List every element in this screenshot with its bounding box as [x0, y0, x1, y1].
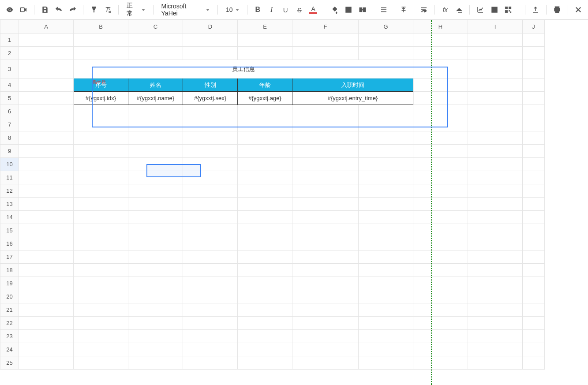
cell[interactable]: [183, 317, 238, 330]
cell[interactable]: [359, 105, 413, 118]
clear-format-icon[interactable]: [102, 4, 114, 16]
row-header[interactable]: 3: [0, 60, 19, 78]
cell[interactable]: [74, 356, 128, 370]
cell[interactable]: [128, 264, 183, 277]
row-header[interactable]: 12: [0, 184, 19, 198]
cell[interactable]: [183, 131, 238, 145]
cell[interactable]: [19, 250, 74, 264]
cell[interactable]: [523, 158, 545, 171]
table-header[interactable]: 姓名: [128, 78, 183, 92]
col-header[interactable]: I: [468, 20, 523, 34]
cell[interactable]: [292, 277, 359, 290]
cell[interactable]: [74, 277, 128, 290]
cell[interactable]: [359, 198, 413, 211]
cell[interactable]: [292, 211, 359, 224]
formula-icon[interactable]: fx: [439, 4, 451, 16]
table-header[interactable]: 入职时间: [292, 78, 413, 92]
cell[interactable]: [183, 184, 238, 198]
row-header[interactable]: 4: [0, 78, 19, 92]
row-header[interactable]: 17: [0, 250, 19, 264]
cell[interactable]: [468, 264, 523, 277]
cell[interactable]: [19, 290, 74, 303]
record-icon[interactable]: [17, 4, 29, 16]
cell[interactable]: [238, 317, 292, 330]
row-header[interactable]: 9: [0, 145, 19, 158]
cell[interactable]: [128, 118, 183, 131]
cell[interactable]: [238, 171, 292, 184]
cell[interactable]: [74, 198, 128, 211]
col-header[interactable]: G: [359, 20, 413, 34]
table-header[interactable]: 序号: [74, 78, 128, 92]
cell[interactable]: [183, 330, 238, 343]
row-header[interactable]: 8: [0, 131, 19, 145]
cell[interactable]: [183, 171, 238, 184]
cell[interactable]: [74, 118, 128, 131]
cell[interactable]: [413, 356, 468, 370]
cell[interactable]: [359, 171, 413, 184]
cell[interactable]: [523, 237, 545, 250]
row-header[interactable]: 16: [0, 237, 19, 250]
cell[interactable]: [128, 303, 183, 317]
cell[interactable]: [128, 158, 183, 171]
cell[interactable]: [128, 184, 183, 198]
cell[interactable]: [523, 211, 545, 224]
cell[interactable]: [359, 47, 413, 60]
row-header[interactable]: 15: [0, 224, 19, 237]
cell[interactable]: [413, 303, 468, 317]
cell[interactable]: [468, 145, 523, 158]
cell[interactable]: [468, 131, 523, 145]
cell[interactable]: [292, 158, 359, 171]
cell[interactable]: [183, 264, 238, 277]
cell[interactable]: [523, 303, 545, 317]
cell[interactable]: [74, 290, 128, 303]
cell[interactable]: [413, 330, 468, 343]
table-header[interactable]: 性别: [183, 78, 238, 92]
cell[interactable]: [468, 184, 523, 198]
row-header[interactable]: 19: [0, 277, 19, 290]
cell[interactable]: [523, 47, 545, 60]
cell[interactable]: [413, 211, 468, 224]
cell[interactable]: [128, 290, 183, 303]
cell[interactable]: [238, 105, 292, 118]
cell[interactable]: [413, 145, 468, 158]
cell[interactable]: [74, 131, 128, 145]
cell[interactable]: [238, 224, 292, 237]
merge-cells-icon[interactable]: [356, 4, 368, 16]
cell[interactable]: [523, 317, 545, 330]
cell[interactable]: [359, 277, 413, 290]
cell[interactable]: [413, 118, 468, 131]
cell[interactable]: [19, 145, 74, 158]
table-cell[interactable]: #{ygxxtj.idx}: [74, 92, 128, 105]
cell[interactable]: [19, 198, 74, 211]
cell[interactable]: [413, 224, 468, 237]
row-header[interactable]: 20: [0, 290, 19, 303]
row-header[interactable]: 2: [0, 47, 19, 60]
format-painter-icon[interactable]: [88, 4, 100, 16]
cell[interactable]: [74, 47, 128, 60]
cell[interactable]: [238, 264, 292, 277]
cell[interactable]: [128, 356, 183, 370]
qrcode-icon[interactable]: [502, 4, 514, 16]
cell[interactable]: [292, 145, 359, 158]
cell[interactable]: [19, 171, 74, 184]
cell[interactable]: [292, 290, 359, 303]
cell[interactable]: [19, 78, 74, 92]
row-header[interactable]: 7: [0, 118, 19, 131]
cell[interactable]: [523, 224, 545, 237]
cell[interactable]: [359, 330, 413, 343]
cell[interactable]: [238, 343, 292, 356]
cell[interactable]: [359, 224, 413, 237]
cell[interactable]: [238, 145, 292, 158]
cell[interactable]: [238, 277, 292, 290]
cell[interactable]: [359, 290, 413, 303]
cell[interactable]: [468, 250, 523, 264]
cell[interactable]: [523, 171, 545, 184]
cell[interactable]: [128, 330, 183, 343]
cell[interactable]: [183, 198, 238, 211]
cell[interactable]: [413, 264, 468, 277]
cell[interactable]: [19, 264, 74, 277]
cell[interactable]: [292, 171, 359, 184]
table-cell[interactable]: #{ygxxtj.sex}: [183, 92, 238, 105]
strikethrough-icon[interactable]: S: [293, 4, 305, 16]
row-header[interactable]: 23: [0, 330, 19, 343]
